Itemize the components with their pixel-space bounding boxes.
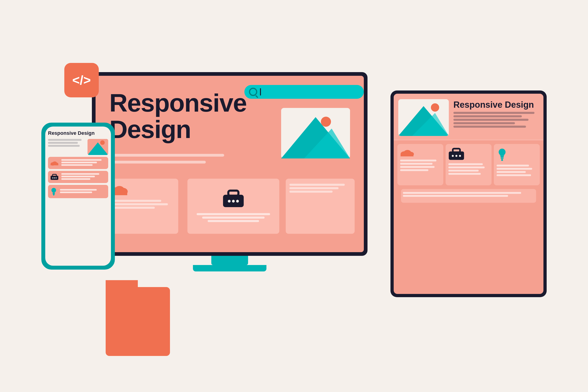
tablet-hero: Responsive Design <box>394 94 544 140</box>
wallet-icon-tablet <box>448 148 464 160</box>
phone-row-image <box>48 139 108 155</box>
cloud-icon-tablet <box>400 148 414 156</box>
code-icon-badge: </> <box>64 63 99 97</box>
svg-point-43 <box>459 155 461 157</box>
phone-wrapper: Responsive Design <box>41 123 115 270</box>
svg-point-44 <box>499 148 506 156</box>
phone-image-box <box>88 139 108 155</box>
monitor-base <box>193 265 266 272</box>
bulb-icon-phone <box>50 187 57 196</box>
svg-rect-45 <box>500 156 504 157</box>
tablet-frame: Responsive Design <box>390 90 547 297</box>
tablet-footer <box>397 189 540 203</box>
mountain-svg-monitor <box>281 108 350 158</box>
phone-screen: Responsive Design <box>45 126 111 266</box>
svg-rect-38 <box>400 154 414 156</box>
phone-mountain-svg <box>88 139 108 155</box>
phone-title: Responsive Design <box>48 130 108 136</box>
svg-point-24 <box>52 177 53 178</box>
monitor-wrapper: Responsive Design <box>92 72 368 272</box>
svg-point-47 <box>501 159 503 161</box>
monitor-line-2 <box>109 161 206 164</box>
svg-point-34 <box>431 103 439 112</box>
svg-rect-13 <box>106 287 170 356</box>
tablet-title: Responsive Design <box>454 100 539 110</box>
svg-point-30 <box>53 194 54 196</box>
tablet-card-bulb <box>494 144 540 185</box>
search-cursor <box>260 88 261 96</box>
wallet-icon-phone <box>50 174 58 180</box>
monitor-stand <box>211 256 248 265</box>
tablet-mountain-svg <box>398 99 449 136</box>
phone-list-bulb <box>48 185 108 198</box>
svg-rect-23 <box>52 174 56 176</box>
svg-point-17 <box>100 140 105 145</box>
folder-shape <box>106 273 170 357</box>
code-icon-label: </> <box>72 74 91 86</box>
phone-list-lines-wallet <box>61 173 106 181</box>
svg-point-27 <box>52 188 56 192</box>
svg-rect-46 <box>501 157 504 158</box>
svg-rect-14 <box>106 280 138 292</box>
svg-point-41 <box>452 155 454 157</box>
search-bar[interactable] <box>244 85 364 99</box>
tablet-card-cloud <box>397 144 443 185</box>
monitor-screen: Responsive Design <box>96 76 364 252</box>
monitor-mountain-image <box>281 108 350 158</box>
svg-rect-40 <box>453 148 460 152</box>
monitor-title: Responsive Design <box>109 90 246 142</box>
monitor-card-center <box>188 179 279 234</box>
cloud-icon-phone <box>50 160 58 166</box>
svg-rect-9 <box>228 190 238 196</box>
phone-frame: Responsive Design <box>41 123 115 270</box>
monitor-frame: Responsive Design <box>92 72 368 256</box>
bulb-icon-tablet <box>496 148 508 162</box>
tablet-screen: Responsive Design <box>394 94 544 294</box>
svg-point-26 <box>56 177 57 178</box>
scene: </> Responsive Design <box>41 35 547 357</box>
monitor-card-left <box>105 179 178 234</box>
svg-point-12 <box>236 200 239 202</box>
phone-list-lines-bulb <box>60 189 106 194</box>
wallet-icon-monitor <box>222 189 245 207</box>
search-icon <box>249 88 257 96</box>
svg-point-42 <box>456 155 458 157</box>
tablet-footer-bar <box>401 189 536 203</box>
tablet-cards-row <box>394 140 544 189</box>
svg-rect-21 <box>50 164 58 165</box>
svg-point-3 <box>321 117 331 127</box>
monitor-line-1 <box>109 154 224 156</box>
phone-list-lines-cloud <box>61 159 106 167</box>
svg-point-10 <box>228 200 230 202</box>
svg-rect-28 <box>52 192 55 193</box>
tablet-image-box <box>398 99 449 136</box>
folder-svg <box>106 273 170 356</box>
svg-point-25 <box>54 177 55 178</box>
tablet-wrapper: Responsive Design <box>390 90 547 297</box>
tablet-desc-lines <box>454 112 539 128</box>
svg-point-11 <box>232 200 235 202</box>
phone-list-cloud <box>48 157 108 169</box>
tablet-card-wallet <box>446 144 492 185</box>
monitor-card-right <box>286 179 355 234</box>
phone-list-wallet <box>48 171 108 183</box>
